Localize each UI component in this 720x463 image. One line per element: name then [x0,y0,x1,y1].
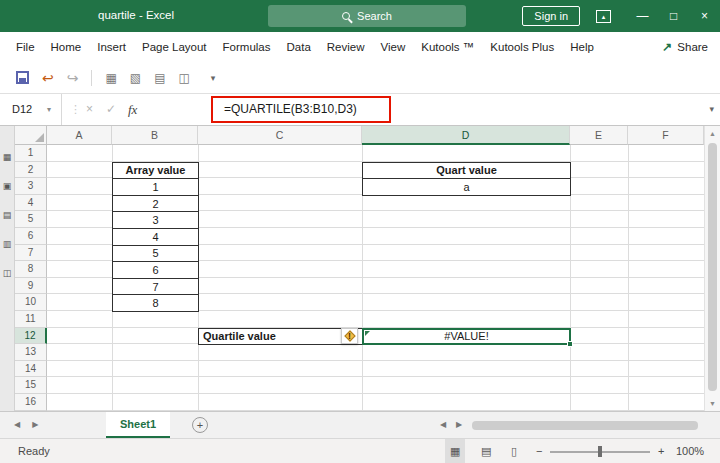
expand-formula-bar-icon[interactable]: ▾ [709,94,714,125]
tab-kutools[interactable]: Kutools ™ [413,32,482,62]
cell-b4[interactable]: 2 [112,195,199,213]
tab-help[interactable]: Help [562,32,602,62]
row-header-11[interactable]: 11 [15,311,47,328]
row-header-7[interactable]: 7 [15,245,47,262]
row-header-15[interactable]: 15 [15,377,47,394]
share-button[interactable]: ↗ Share [662,32,708,62]
fill-handle[interactable] [567,341,573,347]
insert-function-icon[interactable]: fx [128,94,137,125]
tab-file[interactable]: File [8,32,43,62]
cell-d12-result[interactable]: #VALUE! [362,328,571,346]
row-header-5[interactable]: 5 [15,211,47,228]
formula-input[interactable]: =QUARTILE(B3:B10,D3) [224,94,357,125]
cell-b10[interactable]: 8 [112,294,199,312]
column-header-c[interactable]: C [198,126,362,145]
cell-b3[interactable]: 1 [112,178,199,196]
cell-d2-quart-header[interactable]: Quart value [362,162,571,180]
cell-b6[interactable]: 4 [112,228,199,246]
tab-home[interactable]: Home [43,32,90,62]
qat-table-icon[interactable]: ▤ [154,71,165,85]
tab-review[interactable]: Review [319,32,373,62]
tab-navigation: ◀ ▶ [14,412,38,438]
name-box[interactable]: D12 [0,94,62,125]
cell-d3[interactable]: a [362,178,571,196]
cancel-icon[interactable]: × [86,94,93,125]
window-title: quartile - Excel [98,9,174,21]
zoom-slider-thumb[interactable] [598,446,602,457]
pane-worksheet-icon[interactable]: ▣ [3,181,12,191]
vertical-scrollbar[interactable]: ▲ ▼ [704,126,720,411]
sign-in-button[interactable]: Sign in [522,6,580,26]
scroll-down-icon[interactable]: ▼ [705,400,720,407]
cell-b8[interactable]: 6 [112,261,199,279]
undo-icon[interactable]: ↩ [42,70,54,86]
next-sheet-icon[interactable]: ▶ [32,412,38,438]
row-header-9[interactable]: 9 [15,278,47,295]
cell-b5[interactable]: 3 [112,211,199,229]
row-header-8[interactable]: 8 [15,261,47,278]
column-header-d[interactable]: D [362,126,570,145]
status-bar: Ready ▦ ▤ ▯ − + 100% [0,438,720,463]
ribbon-display-options-icon[interactable]: ▴ [596,10,611,23]
vertical-scrollbar-thumb[interactable] [708,143,717,391]
qat-window-icon[interactable]: ◫ [179,71,190,85]
row-header-12[interactable]: 12 [15,328,47,345]
column-header-a[interactable]: A [47,126,112,145]
scroll-up-icon[interactable]: ▲ [705,130,720,137]
redo-icon[interactable]: ↪ [67,70,79,86]
new-sheet-button[interactable]: + [192,417,208,433]
qat-page-icon[interactable]: ▧ [130,71,141,85]
error-checking-button[interactable]: ! [341,328,358,344]
pane-workbook-icon[interactable]: ▦ [3,152,12,162]
tab-page-layout[interactable]: Page Layout [134,32,215,62]
row-header-10[interactable]: 10 [15,294,47,311]
row-header-1[interactable]: 1 [15,145,47,162]
hscroll-left-icon[interactable]: ◀ [440,412,446,438]
excel-window: quartile - Excel Search Sign in ▴ — □ × … [0,0,720,463]
hscroll-right-icon[interactable]: ▶ [456,412,462,438]
column-header-f[interactable]: F [628,126,704,145]
zoom-in-button[interactable]: + [658,439,664,463]
row-header-2[interactable]: 2 [15,162,47,179]
sheet-tab-sheet1[interactable]: Sheet1 [106,412,170,438]
row-header-13[interactable]: 13 [15,344,47,361]
enter-icon[interactable]: ✓ [106,94,116,125]
previous-sheet-icon[interactable]: ◀ [14,412,20,438]
cell-b2-array-header[interactable]: Array value [112,162,199,180]
row-header-16[interactable]: 16 [15,394,47,411]
zoom-level[interactable]: 100% [676,439,704,463]
column-header-e[interactable]: E [570,126,628,145]
tab-kutools-plus[interactable]: Kutools Plus [482,32,562,62]
customize-qat-icon[interactable]: ▾ [211,73,216,83]
name-box-dropdown-icon[interactable]: ▾ [47,94,51,125]
zoom-out-button[interactable]: − [536,439,542,463]
column-header-b[interactable]: B [112,126,198,145]
row-header-3[interactable]: 3 [15,178,47,195]
minimize-button[interactable]: — [627,0,658,32]
row-header-14[interactable]: 14 [15,361,47,378]
pane-find-icon[interactable]: ◫ [3,268,12,278]
horizontal-scrollbar-thumb[interactable] [472,421,698,430]
tab-data[interactable]: Data [279,32,319,62]
save-icon[interactable] [16,71,29,84]
close-button[interactable]: × [689,0,720,32]
pane-columns-icon[interactable]: ▥ [3,239,12,249]
cell-b9[interactable]: 7 [112,278,199,296]
row-header-6[interactable]: 6 [15,228,47,245]
cell-c12-label[interactable]: Quartile value [198,328,363,346]
select-all-corner[interactable] [15,126,47,145]
view-normal-icon[interactable]: ▦ [445,439,465,463]
tab-view[interactable]: View [373,32,414,62]
tab-formulas[interactable]: Formulas [215,32,279,62]
maximize-button[interactable]: □ [658,0,689,32]
titlebar-controls: Sign in ▴ — □ × [522,0,720,32]
kutools-navigation-strip: ▦ ▣ ▤ ▥ ◫ [0,126,15,411]
cell-b7[interactable]: 5 [112,245,199,263]
pane-print-icon[interactable]: ▤ [3,210,12,220]
view-page-break-icon[interactable]: ▯ [506,439,522,463]
qat-grid-icon[interactable]: ▦ [105,71,116,85]
tab-insert[interactable]: Insert [89,32,134,62]
row-header-4[interactable]: 4 [15,195,47,212]
view-page-layout-icon[interactable]: ▤ [476,439,496,463]
search-box[interactable]: Search [268,5,466,27]
